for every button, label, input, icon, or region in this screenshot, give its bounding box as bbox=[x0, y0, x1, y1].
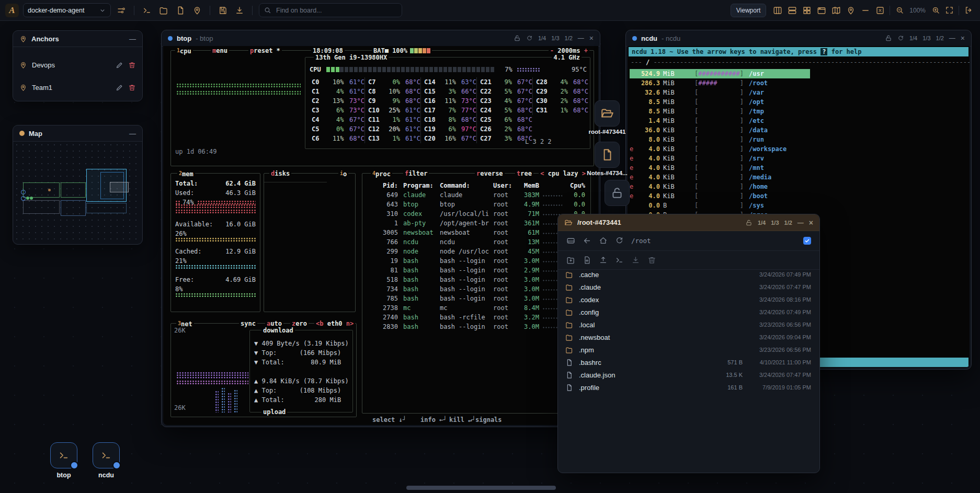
board-settings-button[interactable] bbox=[115, 4, 128, 17]
ncdu-row[interactable]: e4.0KiB[ ]/srv bbox=[630, 154, 764, 163]
ncdu-row[interactable]: e4.0KiB[ ]/boot bbox=[630, 191, 768, 201]
fullscreen-icon[interactable] bbox=[943, 4, 955, 17]
pin-icon[interactable] bbox=[845, 4, 857, 17]
file-row[interactable]: .profile161 B7/9/2019 01:05 PM bbox=[558, 381, 819, 394]
refresh-icon[interactable] bbox=[897, 35, 904, 42]
proc-col-header[interactable]: Program: bbox=[403, 181, 440, 190]
desktop-icon[interactable]: Notes-#4734... bbox=[595, 142, 620, 168]
proc-row[interactable]: 734bashbash --loginroot3.0M bbox=[367, 284, 585, 294]
ncdu-row[interactable]: 1.4MiB[ ]/etc bbox=[630, 116, 764, 125]
app-logo-icon[interactable]: A bbox=[5, 4, 19, 17]
anchor-item[interactable]: Devops bbox=[19, 58, 136, 72]
dock-item[interactable]: btop bbox=[50, 442, 77, 468]
folder-icon[interactable] bbox=[157, 4, 170, 17]
ncdu-row[interactable]: 286.3MiB[##### ]/root bbox=[630, 78, 768, 88]
ncdu-row[interactable]: 8.5MiB[ ]/tmp bbox=[630, 107, 764, 116]
grid-icon[interactable] bbox=[801, 4, 813, 17]
ncdu-row[interactable]: e4.0KiB[ ]/workspace bbox=[630, 144, 787, 154]
btop-footer-key[interactable]: signals bbox=[475, 415, 502, 425]
home-icon[interactable] bbox=[599, 236, 608, 245]
proc-row[interactable]: 785bashbash --loginroot3.0M bbox=[367, 294, 585, 303]
snap-1-4-button[interactable]: 1/4 bbox=[909, 35, 917, 41]
close-button[interactable]: × bbox=[589, 35, 594, 42]
terminal-icon[interactable] bbox=[141, 4, 153, 17]
btop-footer-key[interactable]: info ←┘ bbox=[420, 415, 447, 425]
proc-row[interactable]: 299nodenode /usr/locroot45M bbox=[367, 247, 585, 256]
snap-1-4-button[interactable]: 1/4 bbox=[758, 220, 766, 226]
viewport-button[interactable]: Viewport bbox=[731, 4, 766, 17]
ncdu-row[interactable]: 8.0KiB[ ]/run bbox=[630, 135, 764, 144]
btop-window[interactable]: btop - btop 1/41/31/2—× 1cpu menu preset… bbox=[161, 30, 600, 427]
proc-col-header[interactable]: User: bbox=[493, 181, 517, 190]
proc-row[interactable]: 310codex/usr/local/liroot71M0.0 bbox=[367, 209, 585, 219]
ncdu-row[interactable]: 8.5MiB[ ]/opt bbox=[630, 97, 764, 107]
board-search[interactable] bbox=[259, 3, 402, 17]
snap-1-4-button[interactable]: 1/4 bbox=[538, 35, 546, 41]
anchor-item[interactable]: Team1 bbox=[19, 81, 136, 94]
proc-row[interactable]: 19bashbash --loginroot3.0M bbox=[367, 256, 585, 266]
download-icon[interactable] bbox=[233, 4, 246, 17]
proc-col-header[interactable]: Cpu% bbox=[565, 181, 585, 190]
select-all-checkbox[interactable] bbox=[803, 237, 811, 245]
btop-footer-key[interactable]: select ↓┘ bbox=[372, 415, 406, 425]
search-input[interactable] bbox=[275, 6, 397, 15]
terminal-icon[interactable] bbox=[615, 256, 624, 265]
board-select[interactable]: docker-demo-agent bbox=[23, 3, 111, 17]
file-row[interactable]: .local3/23/2026 06:56 PM bbox=[558, 318, 819, 331]
file-row[interactable]: .claude3/24/2026 07:47 PM bbox=[558, 281, 819, 293]
proc-row[interactable]: 81bashbash --loginroot2.9M bbox=[367, 266, 585, 275]
collapse-panel-button[interactable]: — bbox=[129, 130, 136, 137]
minus-icon[interactable] bbox=[859, 4, 872, 17]
snap-1-3-button[interactable]: 1/3 bbox=[551, 35, 559, 41]
refresh-icon[interactable] bbox=[526, 35, 533, 42]
minimize-button[interactable]: — bbox=[578, 35, 584, 41]
proc-row[interactable]: 2830bashbash --loginroot3.0M bbox=[367, 322, 585, 331]
rows-icon[interactable] bbox=[786, 4, 799, 17]
proc-row[interactable]: 643btopbtoproot4.9M0.0 bbox=[367, 200, 585, 209]
collapse-panel-button[interactable]: — bbox=[129, 35, 136, 43]
file-icon[interactable] bbox=[174, 4, 187, 17]
close-button[interactable]: × bbox=[809, 219, 813, 226]
close-button[interactable]: × bbox=[961, 35, 965, 42]
board-canvas[interactable]: A docker-demo-agent Viewport 100% bbox=[0, 0, 980, 493]
zoom-out-icon[interactable] bbox=[893, 4, 906, 17]
proc-col-header[interactable]: Pid: bbox=[367, 181, 398, 190]
proc-row[interactable]: 1ab-pty/opt/agent-brroot361M0.0 bbox=[367, 219, 585, 228]
file-row[interactable]: .npm3/23/2026 06:56 PM bbox=[558, 343, 819, 356]
file-row[interactable]: .bashrc571 B4/10/2021 11:00 PM bbox=[558, 356, 819, 369]
snap-1-3-button[interactable]: 1/3 bbox=[771, 220, 779, 226]
minimize-button[interactable]: — bbox=[949, 35, 955, 41]
ncdu-row[interactable]: e4.0KiB[ ]/home bbox=[630, 182, 768, 191]
ncdu-row[interactable]: 524.9MiB[###########]/usr bbox=[630, 69, 810, 78]
edit-anchor-icon[interactable] bbox=[116, 61, 123, 69]
download-icon[interactable] bbox=[631, 256, 640, 265]
save-icon[interactable] bbox=[216, 4, 229, 17]
folder-plus-icon[interactable] bbox=[566, 256, 575, 265]
file-row[interactable]: .claude.json13.5 K3/24/2026 07:47 PM bbox=[558, 369, 819, 381]
window-icon[interactable] bbox=[815, 4, 828, 17]
file-row[interactable]: .codex3/24/2026 08:16 PM bbox=[558, 293, 819, 306]
lock-open-icon[interactable] bbox=[885, 35, 892, 42]
desktop-icon[interactable] bbox=[605, 180, 630, 206]
minimize-button[interactable]: — bbox=[797, 220, 804, 226]
snap-1-3-button[interactable]: 1/3 bbox=[922, 35, 930, 41]
back-icon[interactable] bbox=[583, 236, 591, 245]
minimap[interactable] bbox=[14, 142, 142, 244]
zoom-in-icon[interactable] bbox=[929, 4, 942, 17]
btop-footer-key[interactable]: kill ↵┘ bbox=[449, 415, 476, 425]
dock-item[interactable]: ncdu bbox=[93, 442, 120, 468]
delete-anchor-icon[interactable] bbox=[128, 61, 136, 69]
snap-1-2-button[interactable]: 1/2 bbox=[784, 220, 792, 226]
lock-open-icon[interactable] bbox=[745, 219, 753, 226]
proc-col-header[interactable]: MemB bbox=[517, 181, 539, 190]
file-manager-titlebar[interactable]: /root-#473441 1/41/31/2—× bbox=[558, 214, 819, 231]
refresh-icon[interactable] bbox=[615, 236, 624, 245]
close-box-icon[interactable] bbox=[874, 4, 886, 17]
ncdu-titlebar[interactable]: ncdu - ncdu 1/41/31/2—× bbox=[626, 30, 971, 47]
logout-icon[interactable] bbox=[962, 4, 975, 17]
proc-row[interactable]: 766ncduncduroot13M bbox=[367, 237, 585, 247]
proc-row[interactable]: 2738mcmcroot8.4M bbox=[367, 303, 585, 313]
delete-anchor-icon[interactable] bbox=[128, 84, 136, 91]
snap-1-2-button[interactable]: 1/2 bbox=[936, 35, 944, 41]
proc-row[interactable]: 649claudeclauderoot383M0.0 bbox=[367, 190, 585, 200]
